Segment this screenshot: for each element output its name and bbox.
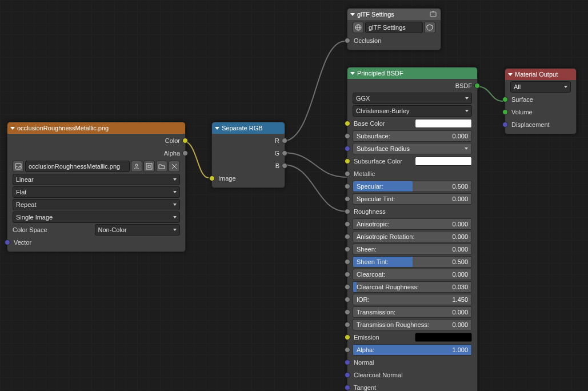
users-icon[interactable] [131, 161, 142, 172]
swatch[interactable] [415, 157, 472, 166]
socket-base-color[interactable] [345, 121, 350, 126]
collapse-icon[interactable] [215, 127, 219, 130]
collapse-icon[interactable] [508, 73, 513, 76]
socket-volume[interactable] [502, 109, 508, 115]
node-image-texture[interactable]: occlusionRoughnessMetallic.png Color Alp… [7, 122, 186, 252]
slider-alpha[interactable]: Alpha:1.000 [353, 344, 472, 356]
socket-vector[interactable] [5, 240, 10, 245]
frame-mode-select[interactable]: Single Image [13, 212, 180, 223]
edit-group-icon[interactable] [429, 10, 438, 19]
node-gltf-settings[interactable]: glTF Settings glTF Settings Occlusion [347, 8, 441, 50]
socket-displacement[interactable] [502, 122, 508, 127]
slider-subsurfaceradius[interactable]: Subsurface Radius [353, 143, 472, 154]
swatch[interactable] [415, 333, 472, 342]
input-vector: Vector [13, 239, 31, 246]
slider-speculartint[interactable]: Specular Tint:0.000 [353, 193, 472, 205]
socket-color[interactable] [182, 138, 188, 143]
slider-specular[interactable]: Specular:0.500 [353, 181, 472, 192]
socket-clearcoatroughness[interactable] [345, 284, 350, 290]
world-icon[interactable] [353, 22, 364, 33]
unlink-icon[interactable] [169, 161, 180, 172]
socket-transmissionroughness[interactable] [345, 322, 350, 328]
fake-user-icon[interactable] [143, 161, 155, 172]
chevron-down-icon [465, 110, 469, 112]
image-icon[interactable] [13, 161, 24, 172]
socket-ior[interactable] [345, 297, 350, 302]
node-title: glTF Settings [357, 11, 394, 18]
slider-sheentint[interactable]: Sheen Tint:0.500 [353, 256, 472, 268]
svg-rect-3 [148, 165, 150, 167]
socket-bsdf[interactable] [474, 83, 480, 89]
node-separate-rgb[interactable]: Separate RGB R G B Image [211, 122, 285, 188]
interpolation-select[interactable]: Linear [13, 174, 180, 185]
shield-icon[interactable] [424, 22, 435, 33]
slider-transmission[interactable]: Transmission:0.000 [353, 306, 472, 318]
swatch-base-color[interactable] [415, 119, 472, 128]
chevron-down-icon [173, 216, 177, 218]
projection-select[interactable]: Flat [13, 186, 180, 198]
socket-subsurfaceradius[interactable] [345, 146, 350, 151]
socket-normal[interactable] [345, 360, 350, 365]
collapse-icon[interactable] [350, 13, 355, 16]
socket-subsurface[interactable] [345, 133, 350, 139]
node-header[interactable]: Principled BSDF [347, 67, 477, 79]
slider-anisotropicrotation[interactable]: Anisotropic Rotation:0.000 [353, 231, 472, 242]
slider-clearcoatroughness[interactable]: Clearcoat Roughness:0.030 [353, 281, 472, 293]
node-header[interactable]: occlusionRoughnessMetallic.png [7, 122, 185, 134]
extension-select[interactable]: Repeat [13, 199, 180, 210]
socket-clearcoatnormal[interactable] [345, 372, 350, 378]
chevron-down-icon [173, 178, 177, 181]
slider-ior[interactable]: IOR:1.450 [353, 294, 472, 305]
node-header[interactable]: Separate RGB [212, 122, 285, 134]
socket-anisotropic[interactable] [345, 221, 350, 227]
node-title: occlusionRoughnessMetallic.png [17, 125, 109, 131]
socket-sheen[interactable] [345, 246, 350, 252]
slider-clearcoat[interactable]: Clearcoat:0.000 [353, 269, 472, 280]
nodegroup-selector[interactable]: glTF Settings [353, 21, 435, 34]
slider-sheen[interactable]: Sheen:0.000 [353, 244, 472, 255]
slider-transmissionroughness[interactable]: Transmission Roughness:0.000 [353, 319, 472, 330]
svg-rect-4 [430, 12, 436, 17]
socket-tangent[interactable] [345, 385, 350, 390]
socket-transmission[interactable] [345, 309, 350, 315]
color-space-select[interactable]: Non-Color [95, 224, 181, 236]
socket-g[interactable] [282, 150, 287, 156]
chevron-down-icon [465, 97, 469, 99]
slider-anisotropic[interactable]: Anisotropic:0.000 [353, 218, 472, 230]
socket-occlusion[interactable] [345, 38, 350, 43]
label-param: Subsurface Color [353, 158, 415, 165]
socket-image-in[interactable] [209, 175, 215, 181]
socket-clearcoat[interactable] [345, 272, 350, 277]
node-header[interactable]: Material Output [505, 69, 576, 80]
group-name: glTF Settings [369, 24, 406, 31]
node-header[interactable]: glTF Settings [347, 9, 441, 20]
label-param: Metallic [353, 170, 375, 177]
socket-b[interactable] [282, 163, 287, 169]
output-color: Color [165, 137, 180, 144]
socket-speculartint[interactable] [345, 196, 350, 202]
image-selector[interactable]: occlusionRoughnessMetallic.png [13, 160, 180, 173]
socket-surface[interactable] [502, 97, 508, 102]
socket-anisotropicrotation[interactable] [345, 234, 350, 240]
socket-subsurfacecolor[interactable] [345, 158, 350, 164]
sss-method-select[interactable]: Christensen-Burley [353, 105, 472, 117]
distribution-select[interactable]: GGX [353, 93, 472, 104]
socket-alpha[interactable] [182, 150, 188, 156]
collapse-icon[interactable] [350, 72, 355, 75]
label-param: Normal [353, 359, 374, 366]
target-select[interactable]: All [510, 81, 571, 93]
node-principled-bsdf[interactable]: Principled BSDF BSDF GGX Christensen-Bur… [347, 67, 478, 391]
slider-subsurface[interactable]: Subsurface:0.000 [353, 130, 472, 142]
label-param: Tangent [353, 384, 376, 391]
socket-r[interactable] [282, 138, 287, 143]
chevron-down-icon [173, 229, 177, 231]
socket-emission[interactable] [345, 334, 350, 340]
socket-roughness[interactable] [345, 209, 350, 214]
node-material-output[interactable]: Material Output All Surface Volume Displ… [505, 68, 577, 134]
collapse-icon[interactable] [10, 127, 15, 130]
socket-sheentint[interactable] [345, 259, 350, 265]
open-icon[interactable] [156, 161, 167, 172]
socket-metallic[interactable] [345, 171, 350, 177]
socket-alpha[interactable] [345, 347, 350, 353]
socket-specular[interactable] [345, 183, 350, 189]
